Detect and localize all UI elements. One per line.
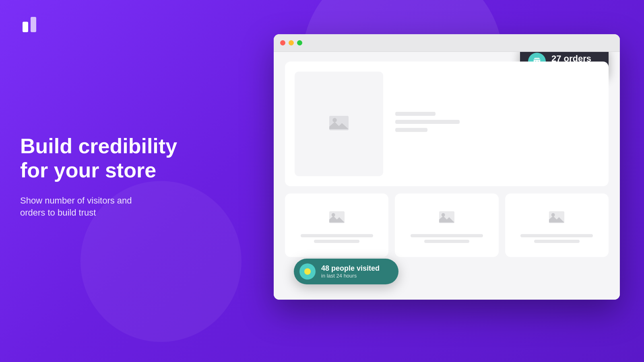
visitors-text: 48 people visited in last 24 hours xyxy=(321,264,380,279)
browser-content: 27 orders in last 1 day xyxy=(274,52,620,300)
skeleton-bar-3b xyxy=(534,240,580,243)
skeleton-title xyxy=(395,112,436,116)
skeleton-desc xyxy=(395,120,460,124)
product-card-small-2 xyxy=(395,193,498,257)
skeleton-bar-3a xyxy=(520,234,593,237)
skeleton-bar-2a xyxy=(411,234,483,237)
image-placeholder-icon xyxy=(327,111,351,137)
skeleton-bar-1b xyxy=(314,240,359,243)
app-logo xyxy=(20,14,40,36)
svg-point-4 xyxy=(332,118,337,122)
left-content: Build credibilityfor your store Show num… xyxy=(20,134,177,219)
product-info-large xyxy=(395,108,599,140)
minimize-button-icon[interactable] xyxy=(289,40,294,45)
skeleton-bar-1a xyxy=(301,234,373,237)
close-button-icon[interactable] xyxy=(280,40,285,45)
svg-rect-1 xyxy=(31,17,36,32)
visitors-count: 48 people visited xyxy=(321,264,380,273)
product-card-large xyxy=(285,62,609,186)
small-image-2 xyxy=(435,205,459,229)
subtext: Show number of visitors andorders to bui… xyxy=(20,194,177,219)
maximize-button-icon[interactable] xyxy=(297,40,302,45)
skeleton-price xyxy=(395,128,427,132)
visitors-badge: 48 people visited in last 24 hours xyxy=(294,259,398,284)
product-card-small-1 xyxy=(285,193,388,257)
product-cards-row xyxy=(285,193,609,257)
browser-chrome xyxy=(274,34,620,52)
pulse-icon xyxy=(299,263,316,280)
headline: Build credibilityfor your store xyxy=(20,134,177,183)
small-image-1 xyxy=(325,205,349,229)
pulse-dot xyxy=(304,268,311,275)
skeleton-bar-2b xyxy=(424,240,470,243)
product-image-large xyxy=(295,72,383,176)
product-card-small-3 xyxy=(505,193,609,257)
visitors-label: in last 24 hours xyxy=(321,273,380,279)
browser-window: 27 orders in last 1 day xyxy=(274,34,620,300)
svg-rect-0 xyxy=(23,22,28,32)
small-image-3 xyxy=(545,205,569,229)
